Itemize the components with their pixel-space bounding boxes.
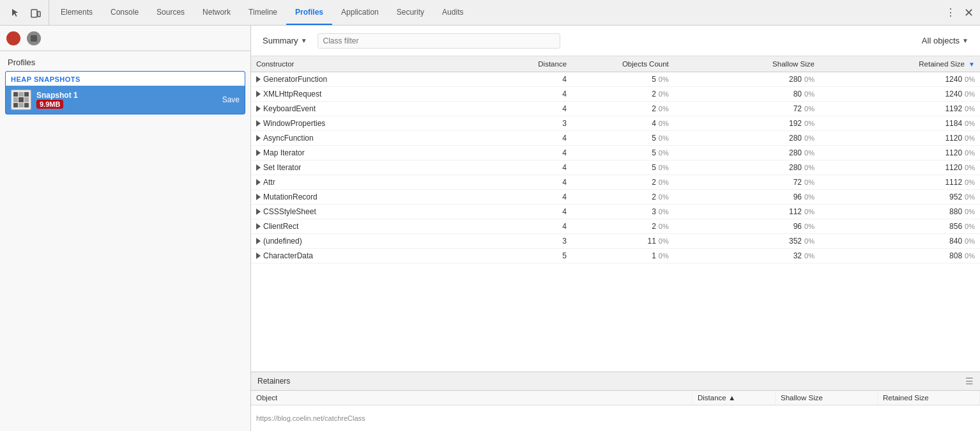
table-row[interactable]: CharacterData 5 10% 320% 8080% xyxy=(251,249,980,263)
main-layout: Profiles HEAP SNAPSHOTS xyxy=(0,26,980,431)
table-row[interactable]: MutationRecord 4 20% 960% 9520% xyxy=(251,190,980,205)
cell-retained: 12400% xyxy=(820,72,980,87)
table-row[interactable]: Set Iterator 4 50% 2800% 11200% xyxy=(251,161,980,175)
expand-triangle-icon[interactable] xyxy=(256,106,261,112)
cell-objects: 50% xyxy=(572,146,674,161)
cell-objects: 50% xyxy=(572,72,674,87)
expand-triangle-icon[interactable] xyxy=(256,238,261,244)
cell-constructor: CharacterData xyxy=(251,249,499,263)
profiles-sidebar: Profiles HEAP SNAPSHOTS xyxy=(0,26,251,431)
cell-constructor: ClientRect xyxy=(251,219,499,233)
table-row[interactable]: KeyboardEvent 4 20% 720% 11920% xyxy=(251,102,980,116)
table-row[interactable]: WindowProperties 3 40% 1920% 11840% xyxy=(251,116,980,131)
panel-toolbar: Summary ▼ All objects ▼ xyxy=(251,26,980,56)
expand-triangle-icon[interactable] xyxy=(256,150,261,156)
table-row[interactable]: Map Iterator 4 50% 2800% 11200% xyxy=(251,146,980,161)
cell-distance: 4 xyxy=(499,219,572,234)
cell-shallow: 1120% xyxy=(674,205,820,219)
devtools-navbar: Elements Console Sources Network Timelin… xyxy=(0,0,980,26)
expand-triangle-icon[interactable] xyxy=(256,208,261,215)
table-row[interactable]: Attr 4 20% 720% 11120% xyxy=(251,175,980,190)
expand-triangle-icon[interactable] xyxy=(256,223,261,230)
table-row[interactable]: ClientRect 4 20% 960% 8560% xyxy=(251,219,980,234)
cell-objects: 10% xyxy=(572,249,674,263)
cell-objects: 110% xyxy=(572,234,674,249)
th-retained-size[interactable]: Retained Size ▼ xyxy=(820,56,980,72)
heap-data-table-container[interactable]: Constructor Distance Objects Count Shall… xyxy=(251,56,980,372)
table-row[interactable]: XMLHttpRequest 4 20% 800% 12400% xyxy=(251,87,980,102)
cell-objects: 40% xyxy=(572,116,674,131)
retainers-col-shallow[interactable]: Shallow Size xyxy=(776,391,878,405)
tab-security[interactable]: Security xyxy=(388,0,433,25)
all-objects-dropdown[interactable]: All objects ▼ xyxy=(915,33,975,48)
cell-retained: 8560% xyxy=(820,219,980,234)
cell-retained: 11920% xyxy=(820,102,980,116)
snapshot-save-link[interactable]: Save xyxy=(222,95,240,104)
retainers-col-distance[interactable]: Distance ▲ xyxy=(693,391,776,405)
tab-elements[interactable]: Elements xyxy=(52,0,102,25)
cell-constructor: GeneratorFunction xyxy=(251,72,499,86)
stop-button[interactable] xyxy=(27,31,41,45)
th-shallow-size[interactable]: Shallow Size xyxy=(674,56,820,72)
cell-objects: 20% xyxy=(572,175,674,190)
cell-retained: 11200% xyxy=(820,146,980,161)
cell-distance: 4 xyxy=(499,87,572,102)
th-constructor[interactable]: Constructor xyxy=(251,56,499,72)
table-row[interactable]: GeneratorFunction 4 50% 2800% 12400% xyxy=(251,72,980,87)
expand-triangle-icon[interactable] xyxy=(256,253,261,259)
expand-triangle-icon[interactable] xyxy=(256,76,261,82)
cell-distance: 4 xyxy=(499,131,572,146)
cell-shallow: 3520% xyxy=(674,234,820,249)
svg-rect-1 xyxy=(38,12,40,17)
expand-triangle-icon[interactable] xyxy=(256,120,261,127)
table-row[interactable]: CSSStyleSheet 4 30% 1120% 8800% xyxy=(251,205,980,219)
table-row[interactable]: AsyncFunction 4 50% 2800% 11200% xyxy=(251,131,980,146)
expand-triangle-icon[interactable] xyxy=(256,179,261,185)
all-objects-label: All objects xyxy=(922,36,960,45)
cell-objects: 20% xyxy=(572,190,674,205)
sidebar-title: Profiles xyxy=(0,51,250,71)
class-filter-input[interactable] xyxy=(318,33,560,49)
tab-profiles[interactable]: Profiles xyxy=(286,0,332,25)
cell-retained: 9520% xyxy=(820,190,980,205)
cell-constructor: Map Iterator xyxy=(251,146,499,160)
retainers-label: Retainers xyxy=(257,377,290,386)
table-row[interactable]: (undefined) 3 110% 3520% 8400% xyxy=(251,234,980,249)
cell-retained: 12400% xyxy=(820,87,980,102)
tab-console[interactable]: Console xyxy=(102,0,148,25)
tab-application[interactable]: Application xyxy=(332,0,388,25)
cell-retained: 11840% xyxy=(820,116,980,131)
cell-distance: 4 xyxy=(499,102,572,116)
cell-distance: 3 xyxy=(499,116,572,131)
tab-sources[interactable]: Sources xyxy=(148,0,194,25)
cell-distance: 3 xyxy=(499,234,572,249)
more-options-icon[interactable]: ⋮ xyxy=(942,4,960,22)
retainers-columns: Object Distance ▲ Shallow Size Retained … xyxy=(251,391,980,405)
expand-triangle-icon[interactable] xyxy=(256,194,261,200)
expand-triangle-icon[interactable] xyxy=(256,91,261,97)
summary-dropdown[interactable]: Summary ▼ xyxy=(256,33,314,48)
summary-label: Summary xyxy=(263,36,298,45)
th-distance[interactable]: Distance xyxy=(499,56,572,72)
cell-constructor: AsyncFunction xyxy=(251,131,499,145)
tab-network[interactable]: Network xyxy=(194,0,240,25)
retainers-col-object[interactable]: Object xyxy=(251,391,693,405)
close-devtools-icon[interactable]: ✕ xyxy=(960,4,977,22)
tab-timeline[interactable]: Timeline xyxy=(240,0,286,25)
expand-triangle-icon[interactable] xyxy=(256,164,261,171)
heap-snapshots-header: HEAP SNAPSHOTS xyxy=(5,71,245,86)
tab-audits[interactable]: Audits xyxy=(433,0,472,25)
retainers-menu-icon[interactable]: ☰ xyxy=(965,376,974,386)
expand-triangle-icon[interactable] xyxy=(256,135,261,141)
cell-shallow: 2800% xyxy=(674,131,820,146)
cell-retained: 8800% xyxy=(820,205,980,219)
device-toggle-icon[interactable] xyxy=(28,5,43,20)
cell-distance: 4 xyxy=(499,146,572,161)
snapshot-item[interactable]: Snapshot 1 9.9MB Save xyxy=(5,86,245,114)
cursor-icon[interactable] xyxy=(8,5,23,20)
retainers-col-retained[interactable]: Retained Size xyxy=(878,391,980,405)
cell-objects: 50% xyxy=(572,161,674,175)
th-objects-count[interactable]: Objects Count xyxy=(572,56,674,72)
cell-objects: 20% xyxy=(572,87,674,102)
record-button[interactable] xyxy=(6,31,20,45)
